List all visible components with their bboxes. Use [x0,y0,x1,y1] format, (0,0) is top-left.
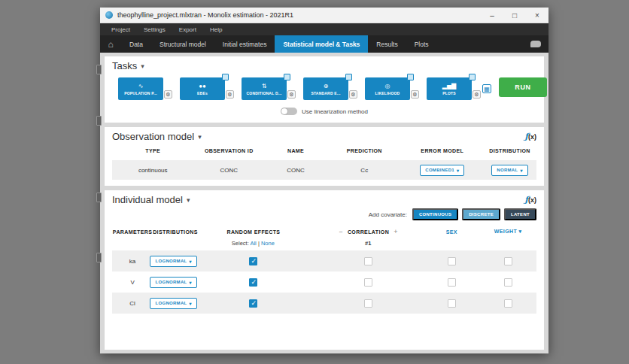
tab-data[interactable]: Data [121,35,151,53]
weight-covariate-checkbox-ka[interactable] [504,257,512,265]
tab-initial-estimates[interactable]: Initial estimates [214,35,275,53]
tab-structural-model[interactable]: Structural model [151,35,214,53]
weight-covariate-checkbox-cl[interactable] [504,299,512,308]
chevron-down-icon[interactable]: ▾ [198,133,202,141]
side-panel-handle[interactable] [96,253,102,262]
app-window: theophylline_project.mlxtran - Monolix e… [100,8,548,353]
task-plots-button[interactable]: ▂▅▇ PLOTS ▦ ⚙ [427,77,472,100]
linearization-row: Use linearization method [112,102,536,117]
col-weight[interactable]: WEIGHT ▾ [479,229,536,235]
col-distributions: DISTRIBUTIONS [153,229,194,235]
linearization-toggle[interactable] [281,108,297,115]
weight-covariate-checkbox-v[interactable] [504,278,512,287]
sex-covariate-checkbox-v[interactable] [448,278,456,287]
window-title: theophylline_project.mlxtran - Monolix e… [117,11,293,19]
task-checkbox[interactable] [284,74,290,80]
wrench-icon[interactable]: ⚙ [164,90,172,99]
select-all-link[interactable]: All [250,240,256,247]
error-model-select[interactable]: COMBINED1 ▾ [420,165,464,176]
run-button[interactable]: RUN [499,77,547,97]
task-label: LIKELIHOOD [375,91,400,96]
menu-settings[interactable]: Settings [137,26,172,33]
col-correlation: −CORRELATION+ [313,228,424,235]
plots-icon: ▂▅▇ [442,83,456,89]
tab-results[interactable]: Results [368,35,406,53]
sex-covariate-checkbox-cl[interactable] [448,299,456,308]
tab-plots[interactable]: Plots [406,35,437,53]
side-panel-handle[interactable] [96,65,102,74]
task-ebes-button[interactable]: ●● EBEs ⚙ [180,77,225,100]
parameter-name: V [112,279,153,286]
task-checkbox[interactable] [407,74,414,80]
parameter-row-v: V LOGNORMAL ▾ [112,271,536,293]
task-likelihood-button[interactable]: ◎ LIKELIHOOD ⚙ [365,77,410,100]
correlation-checkbox-ka[interactable] [364,257,372,265]
distribution-select-v[interactable]: LOGNORMAL ▾ [150,277,196,288]
chevron-down-icon: ▾ [520,168,522,173]
formula-fx-icon[interactable]: ƒ(x) [524,195,536,205]
chevron-down-icon[interactable]: ▾ [141,62,144,70]
random-effect-checkbox-v[interactable] [249,278,257,287]
run-area: RUN ▦ ≡ [499,77,548,97]
distribution-select-ka[interactable]: LOGNORMAL ▾ [150,256,196,267]
select-label: Select: [232,240,249,247]
distribution-select-cl[interactable]: LOGNORMAL ▾ [150,298,196,309]
add-continuous-covariate-button[interactable]: CONTINUOUS [412,208,458,220]
correlation-checkbox-v[interactable] [364,278,372,287]
chevron-down-icon: ▾ [457,168,459,173]
task-checkbox[interactable] [222,74,229,80]
correlation-label: CORRELATION [348,229,389,235]
home-icon[interactable]: ⌂ [100,35,121,53]
likelihood-icon: ◎ [385,83,390,89]
random-effect-checkbox-cl[interactable] [249,299,257,308]
wrench-icon[interactable]: ⚙ [411,90,419,99]
add-discrete-covariate-button[interactable]: DISCRETE [462,208,500,220]
random-effect-checkbox-ka[interactable] [249,257,257,265]
menu-help[interactable]: Help [203,26,229,33]
task-label: CONDITIONAL D... [247,91,282,96]
add-covariate-label: Add covariate: [369,211,407,218]
chevron-down-icon[interactable]: ▾ [187,196,190,204]
task-conditional-distribution-button[interactable]: ⇅ CONDITIONAL D... ⚙ [242,77,287,100]
obs-prediction: Cc [327,167,402,174]
plot-selection-icon[interactable]: ▦ [482,84,491,93]
distribution-value: LOGNORMAL [155,280,187,284]
maximize-button[interactable]: □ [503,8,526,23]
chevron-down-icon: ▾ [190,301,192,306]
side-panel-handle[interactable] [96,116,102,126]
add-correlation-button[interactable]: + [389,228,403,235]
close-button[interactable]: × [526,8,548,23]
task-population-parameters-button[interactable]: ∿ POPULATION P... ⚙ [118,77,163,100]
chevron-down-icon: ▾ [190,259,192,264]
chevron-down-icon: ▾ [519,229,522,234]
main-content: Tasks ▾ ∿ POPULATION P... ⚙ ●● EBEs ⚙ [100,53,548,353]
distribution-value: LOGNORMAL [155,259,187,263]
ebes-icon: ●● [199,83,206,89]
observation-model-header: Observation model ▾ ƒ(x) [112,131,536,142]
parameter-row-ka: ka LOGNORMAL ▾ [112,250,536,271]
task-standard-errors-button[interactable]: ⊕ STANDARD E... ⚙ [303,77,348,100]
divider: | [258,240,260,247]
correlation-checkbox-cl[interactable] [364,299,372,308]
minimize-button[interactable]: – [481,8,503,23]
tab-statistical-model-tasks[interactable]: Statistical model & Tasks [275,35,368,53]
task-checkbox[interactable] [345,74,352,80]
wrench-icon[interactable]: ⚙ [287,90,296,99]
distribution-select[interactable]: NORMAL ▾ [491,165,527,176]
feedback-bubble-icon[interactable] [530,41,541,47]
wrench-icon[interactable]: ⚙ [473,90,481,99]
formula-fx-icon[interactable]: ƒ(x) [524,132,536,141]
sex-covariate-checkbox-ka[interactable] [448,257,456,265]
add-latent-covariate-button[interactable]: LATENT [504,208,536,220]
col-sex[interactable]: SEX [424,229,479,235]
side-panel-handle[interactable] [96,193,102,202]
wrench-icon[interactable]: ⚙ [226,90,234,99]
task-checkbox[interactable] [469,74,476,80]
wrench-icon[interactable]: ⚙ [349,90,357,99]
remove-correlation-button[interactable]: − [334,228,348,235]
task-label: STANDARD E... [311,91,340,96]
menu-project[interactable]: Project [105,26,137,33]
select-none-link[interactable]: None [261,240,275,247]
menu-export[interactable]: Export [172,26,203,33]
individual-model-panel: Individual model ▾ ƒ(x) Add covariate: C… [105,190,544,350]
